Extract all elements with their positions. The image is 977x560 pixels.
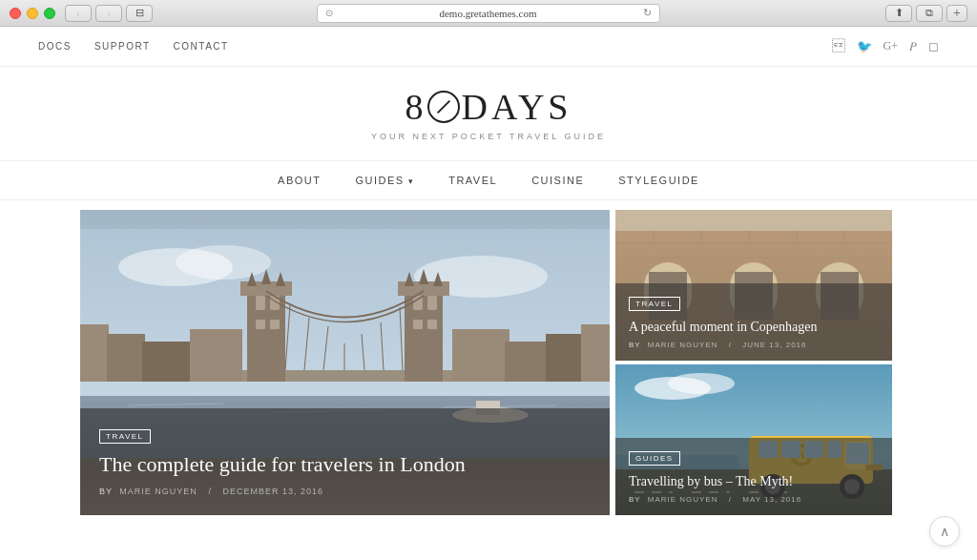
side-post-2-author: MARIE NGUYEN — [648, 495, 718, 504]
svg-rect-21 — [427, 296, 437, 310]
forward-button[interactable]: › — [95, 5, 122, 22]
main-post-title: The complete guide for travelers in Lond… — [99, 451, 591, 479]
main-post-meta: by MARIE NGUYEN / DECEMBER 13, 2016 — [99, 487, 591, 496]
svg-rect-22 — [413, 320, 423, 329]
side-post-1[interactable]: TRAVEL A peaceful moment in Copenhagen b… — [615, 210, 892, 361]
docs-link[interactable]: DOCS — [38, 41, 72, 52]
logo[interactable]: 8 DAYS — [0, 86, 977, 128]
logo-days: DAYS — [462, 86, 572, 128]
side-post-2-meta: by MARIE NGUYEN / MAY 13, 2016 — [629, 495, 879, 504]
minimize-button[interactable] — [27, 8, 38, 19]
svg-rect-38 — [452, 329, 509, 382]
main-nav: ABOUT GUIDES TRAVEL CUISINE STYLEGUIDE — [0, 160, 977, 200]
new-tab-button[interactable]: ⧉ — [916, 5, 943, 22]
maximize-button[interactable] — [44, 8, 55, 19]
share-button[interactable]: ⬆ — [885, 5, 912, 22]
nav-styleguide[interactable]: STYLEGUIDE — [618, 175, 699, 186]
svg-rect-14 — [270, 320, 280, 329]
instagram-icon[interactable]: ◻ — [928, 39, 939, 54]
svg-rect-23 — [427, 320, 437, 329]
main-featured-post[interactable]: TRAVEL The complete guide for travelers … — [80, 210, 610, 515]
site-wrapper: DOCS SUPPORT CONTACT  🐦 G+ 𝑃 ◻ 8 DAYS Y… — [0, 27, 977, 560]
main-post-author: MARIE NGUYEN — [119, 487, 197, 496]
address-bar-container: ⊙ demo.gretathemes.com ↻ — [317, 4, 660, 23]
url-text: demo.gretathemes.com — [337, 8, 639, 19]
tagline: YOUR NEXT POCKET TRAVEL GUIDE — [0, 132, 977, 141]
svg-point-2 — [176, 245, 271, 280]
nav-about[interactable]: ABOUT — [278, 175, 321, 186]
content-area: TRAVEL The complete guide for travelers … — [0, 210, 977, 534]
scroll-to-top-button[interactable]: ∧ — [929, 516, 960, 547]
nav-cuisine[interactable]: CUISINE — [531, 175, 584, 186]
svg-rect-41 — [581, 324, 610, 382]
main-post-date: DECEMBER 13, 2016 — [222, 487, 323, 496]
add-tab-button[interactable]: + — [946, 5, 967, 22]
side-post-1-title: A peaceful moment in Copenhagen — [629, 319, 879, 336]
side-post-1-meta: by MARIE NGUYEN / JUNE 13, 2016 — [629, 341, 879, 349]
nav-buttons: ‹ › — [65, 5, 122, 22]
top-bar-links: DOCS SUPPORT CONTACT — [38, 41, 229, 52]
social-icons:  🐦 G+ 𝑃 ◻ — [832, 39, 939, 54]
main-post-category: TRAVEL — [99, 429, 151, 444]
svg-rect-39 — [505, 342, 548, 382]
side-post-2-overlay: GUIDES Travelling by bus – The Myth! by … — [615, 438, 892, 515]
nav-travel[interactable]: TRAVEL — [448, 175, 497, 186]
window-right-buttons: ⬆ ⧉ + — [885, 5, 967, 22]
facebook-icon[interactable]:  — [832, 39, 845, 54]
contact-link[interactable]: CONTACT — [174, 41, 229, 52]
logo-circle-icon — [427, 91, 460, 123]
svg-rect-36 — [142, 342, 190, 382]
side-post-2-title: Travelling by bus – The Myth! — [629, 473, 879, 490]
svg-rect-35 — [107, 334, 145, 382]
svg-rect-13 — [256, 320, 265, 329]
svg-rect-34 — [80, 324, 109, 382]
side-post-1-date: JUNE 13, 2016 — [742, 341, 806, 349]
svg-rect-11 — [256, 296, 265, 310]
svg-rect-65 — [615, 210, 892, 231]
side-post-1-author: MARIE NGUYEN — [648, 341, 718, 349]
side-post-1-overlay: TRAVEL A peaceful moment in Copenhagen b… — [615, 283, 892, 361]
side-posts: TRAVEL A peaceful moment in Copenhagen b… — [615, 210, 892, 534]
logo-number: 8 — [405, 86, 426, 128]
logo-area: 8 DAYS YOUR NEXT POCKET TRAVEL GUIDE — [0, 67, 977, 151]
pinterest-icon[interactable]: 𝑃 — [909, 39, 917, 54]
sidebar-toggle[interactable]: ⊟ — [126, 5, 153, 22]
back-button[interactable]: ‹ — [65, 5, 92, 22]
svg-rect-40 — [546, 334, 584, 382]
support-link[interactable]: SUPPORT — [94, 41, 151, 52]
side-post-2[interactable]: VW — [615, 364, 892, 515]
address-bar[interactable]: ⊙ demo.gretathemes.com ↻ — [317, 4, 660, 23]
nav-guides[interactable]: GUIDES — [355, 175, 414, 186]
side-post-1-category: TRAVEL — [629, 297, 680, 311]
close-button[interactable] — [10, 8, 21, 19]
main-post-overlay: TRAVEL The complete guide for travelers … — [80, 408, 610, 515]
traffic-lights — [10, 8, 55, 19]
svg-point-68 — [668, 373, 735, 394]
lock-icon: ⊙ — [325, 8, 333, 18]
svg-rect-37 — [190, 329, 242, 382]
window-chrome: ‹ › ⊟ ⊙ demo.gretathemes.com ↻ ⬆ ⧉ + — [0, 0, 977, 27]
twitter-icon[interactable]: 🐦 — [857, 39, 872, 54]
chevron-up-icon: ∧ — [940, 524, 949, 540]
side-post-2-date: MAY 13, 2016 — [742, 495, 801, 504]
side-post-2-category: GUIDES — [629, 451, 680, 466]
top-bar: DOCS SUPPORT CONTACT  🐦 G+ 𝑃 ◻ — [0, 27, 977, 67]
refresh-icon[interactable]: ↻ — [643, 7, 652, 19]
google-plus-icon[interactable]: G+ — [883, 39, 898, 53]
